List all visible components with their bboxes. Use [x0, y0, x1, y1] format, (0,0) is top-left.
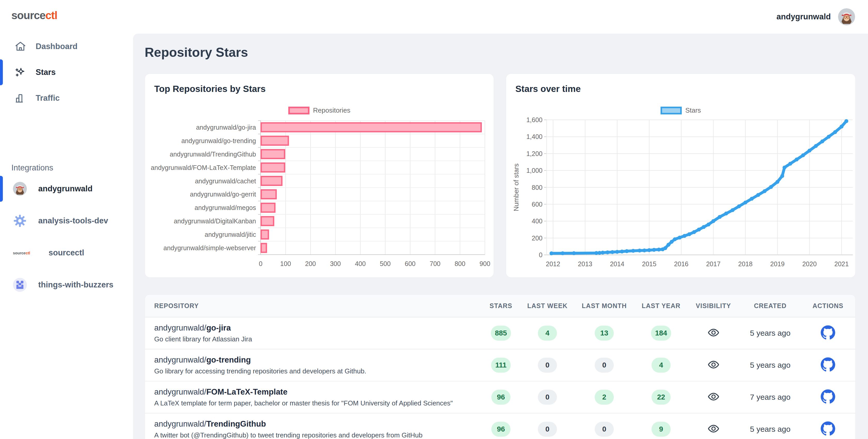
svg-text:andygrunwald/cachet: andygrunwald/cachet — [195, 178, 256, 185]
last-month-cell: 2 — [573, 390, 635, 405]
bar-chart-icon — [14, 92, 26, 104]
svg-text:andygrunwald/simple-webserver: andygrunwald/simple-webserver — [163, 244, 256, 252]
visibility-eye-icon[interactable] — [707, 358, 720, 371]
stars-cell: 885 — [480, 326, 522, 341]
svg-text:1,400: 1,400 — [526, 133, 542, 140]
last-month-cell: 13 — [573, 326, 635, 341]
svg-text:andygrunwald/FOM-LaTeX-Templat: andygrunwald/FOM-LaTeX-Template — [151, 164, 256, 171]
stars-cell: 96 — [480, 422, 522, 437]
table-row: andygrunwald/TrendingGithub A twitter bo… — [145, 413, 855, 439]
github-icon[interactable] — [821, 389, 835, 404]
sidebar-item-traffic[interactable]: Traffic — [0, 90, 133, 107]
integration-label: things-with-buzzers — [38, 280, 114, 289]
visibility-eye-icon[interactable] — [707, 422, 720, 435]
svg-text:800: 800 — [455, 260, 466, 267]
repository-description: Go library for accessing trending reposi… — [154, 367, 480, 375]
svg-text:andygrunwald/jitic: andygrunwald/jitic — [205, 231, 256, 238]
last-year-cell: 22 — [635, 390, 687, 405]
last-week-cell: 4 — [522, 326, 573, 341]
repository-cell: andygrunwald/go-jira Go client library f… — [145, 323, 480, 343]
sourcectl-mini-logo-icon: sourcectl — [13, 251, 41, 255]
last-month-cell: 0 — [573, 358, 635, 373]
active-integration-indicator — [0, 176, 3, 202]
sidebar-item-stars[interactable]: Stars — [0, 64, 133, 81]
bar-chart: 0100200300400500600700800900andygrunwald… — [145, 74, 494, 277]
svg-text:200: 200 — [532, 234, 542, 242]
last-week-cell: 0 — [522, 422, 573, 437]
repository-description: A twitter bot (@TrendingGithub) to tweet… — [154, 431, 480, 439]
visibility-cell — [687, 390, 740, 404]
visibility-eye-icon[interactable] — [707, 390, 720, 403]
integration-item-sourcectl[interactable]: sourcectl sourcectl — [0, 244, 133, 262]
integration-label: analysis-tools-dev — [38, 216, 108, 225]
topbar-avatar[interactable] — [838, 8, 855, 25]
sidebar-item-dashboard[interactable]: Dashboard — [0, 38, 133, 55]
svg-text:2016: 2016 — [674, 260, 688, 268]
svg-text:2015: 2015 — [642, 260, 656, 268]
sidebar-item-label: Traffic — [36, 93, 60, 103]
visibility-eye-icon[interactable] — [707, 326, 720, 339]
visibility-cell — [687, 358, 740, 372]
created-cell: 5 years ago — [740, 361, 801, 370]
svg-text:100: 100 — [280, 260, 291, 267]
stars-badge: 885 — [491, 326, 511, 341]
last-year-badge: 22 — [652, 390, 671, 405]
last-year-badge: 9 — [652, 422, 671, 437]
github-icon[interactable] — [821, 325, 835, 340]
integration-label: andygrunwald — [38, 184, 92, 193]
svg-text:andygrunwald/megos: andygrunwald/megos — [194, 204, 256, 211]
svg-text:500: 500 — [380, 260, 391, 267]
svg-text:andygrunwald/go-gerrit: andygrunwald/go-gerrit — [190, 191, 256, 198]
repository-link[interactable]: andygrunwald/TrendingGithub — [154, 419, 480, 429]
svg-text:0: 0 — [259, 260, 262, 267]
created-cell: 5 years ago — [740, 425, 801, 434]
app-logo[interactable]: sourcectl — [11, 9, 57, 22]
svg-text:0: 0 — [539, 251, 542, 258]
github-icon[interactable] — [821, 357, 835, 372]
stars-badge: 96 — [491, 422, 510, 437]
repository-link[interactable]: andygrunwald/go-jira — [154, 323, 480, 333]
last-month-badge: 13 — [595, 326, 614, 341]
last-week-badge: 0 — [538, 358, 557, 373]
logo-primary: source — [11, 9, 45, 22]
integration-item-andygrunwald[interactable]: andygrunwald — [0, 180, 133, 198]
last-year-badge: 4 — [652, 358, 671, 373]
github-icon[interactable] — [821, 421, 835, 436]
main-content: Repository Stars Top Repositories by Sta… — [133, 34, 868, 439]
integrations-heading: Integrations — [11, 163, 53, 173]
active-nav-indicator — [0, 59, 3, 85]
svg-text:300: 300 — [330, 260, 341, 267]
integration-item-analysis-tools-dev[interactable]: analysis-tools-dev — [0, 212, 133, 230]
stars-badge: 96 — [491, 390, 510, 405]
svg-text:2020: 2020 — [802, 260, 817, 268]
repository-link[interactable]: andygrunwald/FOM-LaTeX-Template — [154, 387, 480, 397]
topbar-username[interactable]: andygrunwald — [777, 12, 831, 22]
svg-text:1,600: 1,600 — [526, 116, 542, 123]
svg-text:2021: 2021 — [834, 260, 849, 268]
svg-text:400: 400 — [532, 217, 542, 225]
svg-text:2012: 2012 — [546, 260, 560, 268]
last-month-badge: 2 — [595, 390, 614, 405]
topbar: andygrunwald — [133, 0, 868, 34]
svg-text:1,000: 1,000 — [526, 167, 542, 174]
column-header-last-year: LAST YEAR — [635, 302, 687, 310]
last-week-cell: 0 — [522, 358, 573, 373]
sidebar: sourcectl Dashboard Stars Traffic Integr… — [0, 0, 133, 439]
repository-link[interactable]: andygrunwald/go-trending — [154, 355, 480, 365]
svg-text:andygrunwald/go-jira: andygrunwald/go-jira — [196, 124, 256, 131]
svg-text:600: 600 — [405, 260, 416, 267]
table-row: andygrunwald/go-trending Go library for … — [145, 349, 855, 381]
integration-item-things-with-buzzers[interactable]: things-with-buzzers — [0, 276, 133, 294]
svg-text:700: 700 — [430, 260, 440, 267]
svg-text:900: 900 — [479, 260, 490, 267]
visibility-cell — [687, 326, 740, 340]
line-chart: 02004006008001,0001,2001,4001,6002012201… — [506, 74, 855, 277]
gear-icon — [13, 214, 27, 228]
svg-text:Number of stars: Number of stars — [512, 163, 520, 211]
logo-accent: ctl — [45, 9, 57, 22]
stars-cell: 96 — [480, 390, 522, 405]
visibility-cell — [687, 422, 740, 436]
svg-text:2019: 2019 — [770, 260, 785, 268]
last-year-cell: 4 — [635, 358, 687, 373]
stars-over-time-card: Stars over time Stars 02004006008001,000… — [506, 73, 856, 278]
